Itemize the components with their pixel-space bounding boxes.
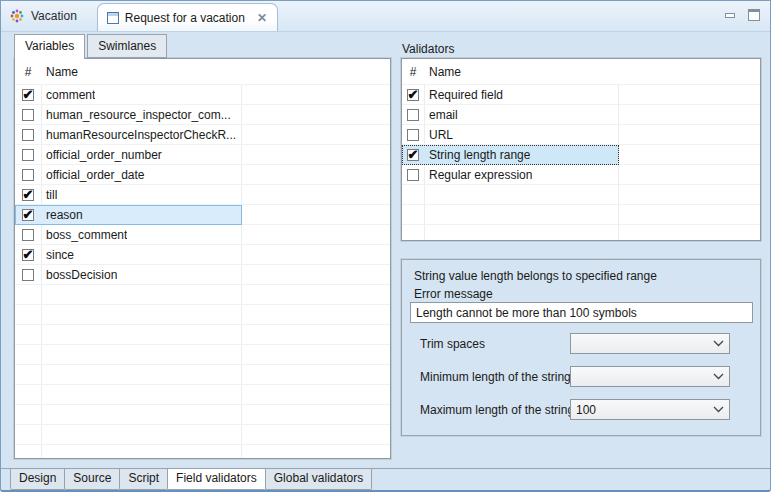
checkbox-cell — [15, 149, 41, 161]
bottom-tab-bar: Design Source Script Field validators Gl… — [1, 468, 770, 490]
field-label: Maximum length of the string — [420, 403, 570, 417]
chevron-down-icon — [713, 340, 724, 347]
checkbox-checked[interactable]: ✔ — [22, 249, 34, 261]
checkbox-checked[interactable]: ✔ — [407, 89, 419, 101]
tab-variables[interactable]: Variables — [14, 34, 85, 59]
checkbox-unchecked[interactable] — [22, 269, 34, 281]
validator-config-group: String value length belongs to specified… — [401, 259, 761, 436]
row-label: URL — [424, 128, 453, 142]
tab-swimlanes[interactable]: Swimlanes — [87, 34, 167, 58]
editor-tab-bar: Vacation Request for a vacation ✕ — [1, 1, 770, 32]
editor-tab-label: Vacation — [31, 9, 77, 23]
checkbox-unchecked[interactable] — [22, 229, 34, 241]
row-label: reason — [41, 208, 83, 222]
table-row[interactable]: URL — [402, 125, 760, 145]
row-label: email — [424, 108, 458, 122]
validator-description: String value length belongs to specified… — [414, 269, 657, 283]
close-icon[interactable]: ✕ — [257, 12, 267, 24]
column-header-name: Name — [424, 65, 461, 79]
validators-table: # Name ✔Required fieldemailURL✔String le… — [401, 58, 761, 241]
table-row[interactable]: ✔since — [15, 245, 390, 265]
row-label: official_order_date — [41, 168, 145, 182]
table-row[interactable]: ✔till — [15, 185, 390, 205]
checkbox-unchecked[interactable] — [407, 109, 419, 121]
tab-source[interactable]: Source — [64, 469, 120, 490]
checkbox-cell: ✔ — [15, 89, 41, 101]
validators-title: Validators — [402, 42, 454, 56]
row-label: bossDecision — [41, 268, 117, 282]
checkbox-cell: ✔ — [15, 189, 41, 201]
column-header-number: # — [402, 65, 424, 79]
minimize-icon[interactable] — [725, 13, 735, 18]
table-row[interactable]: official_order_number — [15, 145, 390, 165]
chevron-down-icon — [713, 373, 724, 380]
app-window: Vacation Request for a vacation ✕ Variab… — [0, 0, 771, 492]
checkbox-unchecked[interactable] — [22, 109, 34, 121]
trim-spaces-dropdown[interactable] — [570, 333, 730, 354]
table-header: # Name — [15, 59, 390, 85]
row-label: official_order_number — [41, 148, 162, 162]
tab-global-validators[interactable]: Global validators — [265, 469, 372, 490]
field-row-trim-spaces: Trim spaces — [420, 333, 730, 354]
checkbox-cell — [15, 269, 41, 281]
checkbox-checked[interactable]: ✔ — [22, 189, 34, 201]
checkbox-cell — [15, 109, 41, 121]
form-icon — [107, 12, 119, 24]
tab-script[interactable]: Script — [119, 469, 168, 490]
checkbox-cell: ✔ — [15, 209, 41, 221]
checkbox-checked[interactable]: ✔ — [22, 209, 34, 221]
process-icon — [9, 8, 25, 24]
table-header: # Name — [402, 59, 760, 85]
checkbox-unchecked[interactable] — [22, 169, 34, 181]
editor-tab-request-for-a-vacation[interactable]: Request for a vacation ✕ — [97, 3, 278, 31]
table-row[interactable]: ✔String length range — [402, 145, 760, 165]
row-label: Required field — [424, 88, 503, 102]
table-row[interactable]: ✔comment — [15, 85, 390, 105]
table-row[interactable]: email — [402, 105, 760, 125]
checkbox-cell — [15, 129, 41, 141]
maximize-icon[interactable] — [748, 9, 760, 21]
maximum-length-dropdown[interactable]: 100 — [570, 399, 730, 420]
checkbox-checked[interactable]: ✔ — [22, 89, 34, 101]
table-row[interactable]: humanResourceInspectorCheckR... — [15, 125, 390, 145]
checkbox-cell: ✔ — [402, 89, 424, 101]
view-controls — [725, 9, 760, 21]
tab-field-validators[interactable]: Field validators — [167, 469, 266, 490]
row-label: till — [41, 188, 57, 202]
table-row[interactable]: Regular expression — [402, 165, 760, 185]
checkbox-checked[interactable]: ✔ — [407, 149, 419, 161]
row-label: since — [41, 248, 74, 262]
left-panel-tabs: Variables Swimlanes — [14, 34, 169, 59]
table-row[interactable]: ✔reason — [15, 205, 390, 225]
table-row[interactable]: boss_comment — [15, 225, 390, 245]
field-row-minimum-length: Minimum length of the string — [420, 366, 730, 387]
checkbox-cell — [402, 169, 424, 181]
checkbox-unchecked[interactable] — [22, 129, 34, 141]
row-label: humanResourceInspectorCheckR... — [41, 128, 236, 142]
column-header-name: Name — [41, 65, 78, 79]
checkbox-cell — [15, 229, 41, 241]
checkbox-cell — [15, 169, 41, 181]
field-row-maximum-length: Maximum length of the string 100 — [420, 399, 730, 420]
field-label: Minimum length of the string — [420, 370, 570, 384]
table-row[interactable]: bossDecision — [15, 265, 390, 285]
checkbox-unchecked[interactable] — [22, 149, 34, 161]
checkbox-unchecked[interactable] — [407, 169, 419, 181]
table-row[interactable]: human_resource_inspector_com... — [15, 105, 390, 125]
error-message-input[interactable] — [410, 302, 753, 323]
table-row[interactable]: ✔Required field — [402, 85, 760, 105]
variables-table: # Name ✔commenthuman_resource_inspector_… — [14, 58, 391, 459]
tab-design[interactable]: Design — [10, 469, 65, 490]
editor-tab-vacation[interactable]: Vacation — [1, 1, 97, 31]
checkbox-cell — [402, 109, 424, 121]
row-label: boss_comment — [41, 228, 127, 242]
chevron-down-icon — [713, 406, 724, 413]
table-row[interactable]: official_order_date — [15, 165, 390, 185]
checkbox-cell: ✔ — [15, 249, 41, 261]
checkbox-unchecked[interactable] — [407, 129, 419, 141]
row-label: human_resource_inspector_com... — [41, 108, 231, 122]
variables-table-body: ✔commenthuman_resource_inspector_com...h… — [15, 85, 390, 458]
error-message-label: Error message — [414, 287, 493, 301]
minimum-length-dropdown[interactable] — [570, 366, 730, 387]
column-header-number: # — [15, 65, 41, 79]
